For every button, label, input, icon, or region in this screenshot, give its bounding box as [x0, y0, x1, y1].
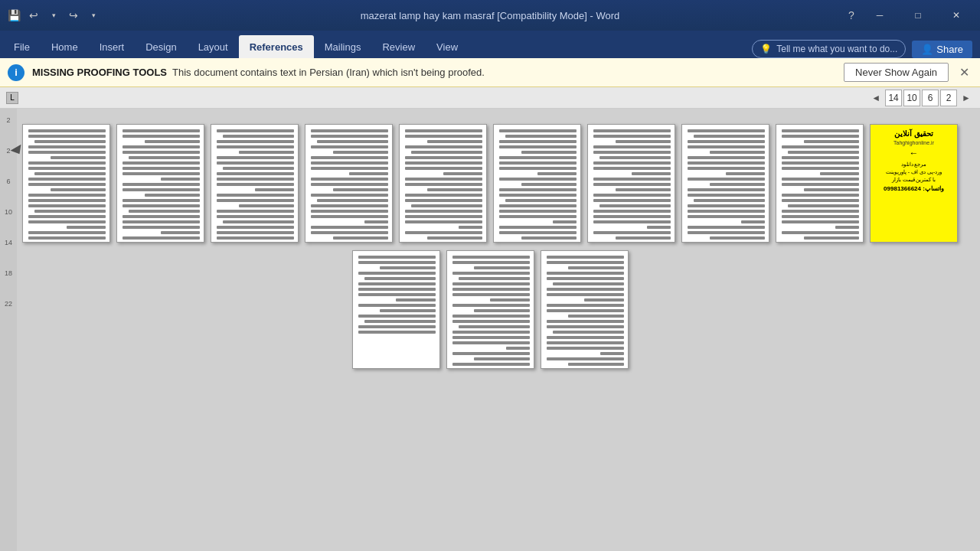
maximize-button[interactable]: □	[900, 4, 936, 27]
text-line	[788, 204, 859, 207]
tell-me-box[interactable]: 💡 Tell me what you want to do...	[752, 40, 906, 58]
text-line	[593, 129, 671, 132]
text-line	[547, 357, 624, 360]
text-line	[239, 151, 294, 154]
text-line	[122, 145, 200, 148]
page-num-10[interactable]: 10	[903, 90, 920, 106]
page-thumbnail-2[interactable]	[116, 124, 204, 243]
text-line	[782, 129, 859, 132]
page-thumbnail-12[interactable]	[446, 250, 534, 369]
tab-mailings[interactable]: Mailings	[314, 35, 372, 58]
page-num-14[interactable]: 14	[885, 90, 902, 106]
page-thumbnail-9[interactable]	[776, 124, 864, 243]
page-thumbnail-ad[interactable]: تحقیق آنلاین Tahghighonline.ir ← مرجع دا…	[870, 124, 958, 243]
text-line	[726, 172, 766, 175]
save-icon[interactable]: 💾	[6, 8, 21, 23]
text-line	[405, 199, 482, 202]
text-line	[405, 156, 482, 159]
text-line	[688, 161, 765, 165]
ruler-tab-stop[interactable]: L	[6, 92, 18, 104]
page-thumbnail-3[interactable]	[211, 124, 299, 243]
undo-dropdown-icon[interactable]: ▾	[46, 8, 61, 23]
text-line	[593, 167, 671, 170]
page-numbers: ◄ 14 10 6 2 ►	[868, 90, 974, 106]
text-line	[405, 194, 482, 197]
text-line	[593, 199, 671, 202]
text-line	[311, 135, 388, 138]
text-line	[396, 298, 436, 302]
minimize-button[interactable]: ─	[862, 4, 897, 27]
text-line	[506, 347, 530, 350]
text-line	[452, 282, 530, 285]
page-thumbnail-4[interactable]	[305, 124, 393, 243]
page-thumbnail-6[interactable]	[493, 124, 581, 243]
text-line	[255, 188, 295, 191]
page-num-2[interactable]: 2	[940, 90, 957, 106]
text-line	[333, 188, 388, 191]
text-line	[28, 231, 106, 234]
text-line	[632, 172, 671, 175]
text-line	[122, 242, 200, 243]
text-line	[452, 336, 530, 339]
text-line	[122, 236, 200, 240]
text-line	[67, 226, 106, 229]
more-tools-icon[interactable]: ▾	[86, 8, 101, 23]
tab-insert[interactable]: Insert	[89, 35, 136, 58]
text-line	[28, 220, 106, 223]
lightbulb-icon: 💡	[760, 44, 772, 54]
text-line	[547, 368, 624, 369]
text-line	[499, 215, 577, 218]
tab-references[interactable]: References	[239, 35, 314, 58]
text-line	[427, 236, 482, 240]
text-line	[311, 161, 388, 165]
next-page-arrow[interactable]: ►	[959, 91, 974, 105]
text-line	[547, 309, 624, 312]
info-bar: i MISSING PROOFING TOOLS This document c…	[0, 58, 980, 87]
text-line	[358, 304, 436, 307]
text-line	[28, 215, 106, 218]
text-line	[28, 199, 106, 202]
text-line	[311, 231, 388, 234]
page-thumbnail-1[interactable]	[22, 124, 110, 243]
text-line	[499, 129, 577, 132]
page-thumbnail-8[interactable]	[681, 124, 769, 243]
text-line	[584, 298, 624, 302]
text-line	[782, 220, 859, 223]
page-thumbnail-5[interactable]	[399, 124, 487, 243]
page-thumbnail-11[interactable]	[352, 250, 440, 369]
text-line	[599, 204, 671, 207]
text-line	[593, 135, 671, 138]
prev-page-arrow[interactable]: ◄	[868, 91, 884, 105]
text-line	[34, 210, 106, 213]
text-line	[616, 140, 671, 143]
ribbon-right: 💡 Tell me what you want to do... 👤 Share	[752, 40, 980, 58]
tab-design[interactable]: Design	[135, 35, 187, 58]
page-num-6[interactable]: 6	[922, 90, 939, 106]
page-thumbnail-13[interactable]	[541, 250, 629, 369]
text-line	[459, 226, 482, 229]
text-line	[161, 178, 201, 181]
text-line	[688, 129, 765, 132]
text-line	[452, 368, 530, 369]
tab-view[interactable]: View	[426, 35, 469, 58]
ad-phone: واتساپ: 09981366624	[884, 185, 944, 192]
tab-layout[interactable]: Layout	[188, 35, 239, 58]
redo-icon[interactable]: ↪	[66, 8, 81, 23]
tab-review[interactable]: Review	[371, 35, 426, 58]
info-message: MISSING PROOFING TOOLS This document con…	[32, 67, 836, 78]
undo-icon[interactable]: ↩	[26, 8, 41, 23]
text-line	[490, 298, 530, 302]
help-icon[interactable]: ?	[844, 8, 859, 23]
tab-file[interactable]: File	[3, 35, 41, 58]
text-line	[358, 282, 436, 285]
text-line	[122, 226, 200, 229]
text-line	[600, 352, 624, 355]
page-thumbnail-7[interactable]	[587, 124, 675, 243]
text-line	[782, 167, 859, 170]
close-button[interactable]: ✕	[939, 4, 974, 27]
tab-home[interactable]: Home	[41, 35, 89, 58]
close-infobar-icon[interactable]: ✕	[956, 65, 972, 80]
text-line	[122, 204, 200, 207]
share-button[interactable]: 👤 Share	[912, 41, 972, 58]
never-show-again-button[interactable]: Never Show Again	[844, 63, 949, 82]
